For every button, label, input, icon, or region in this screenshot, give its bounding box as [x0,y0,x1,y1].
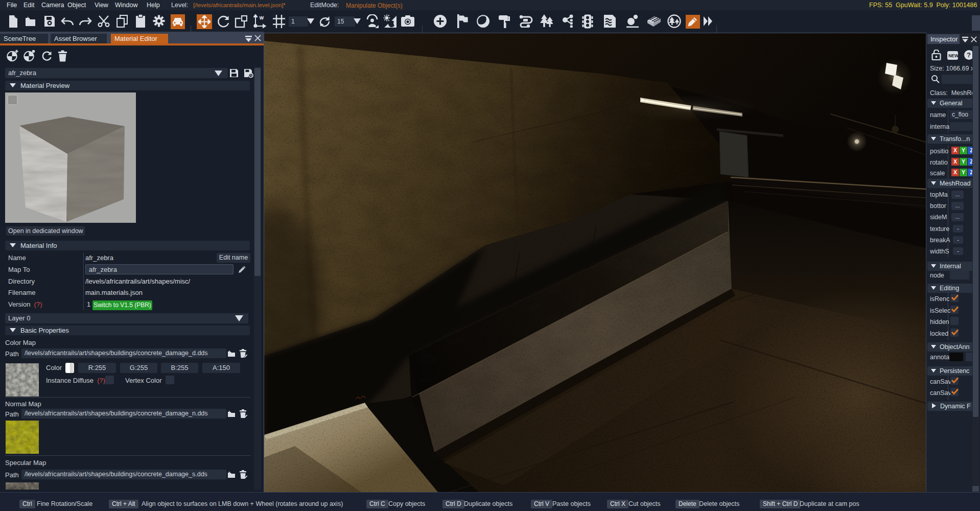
svg-text:NEW: NEW [948,53,958,58]
svg-text:?: ? [967,51,971,59]
svg-text:w: w [259,14,264,20]
